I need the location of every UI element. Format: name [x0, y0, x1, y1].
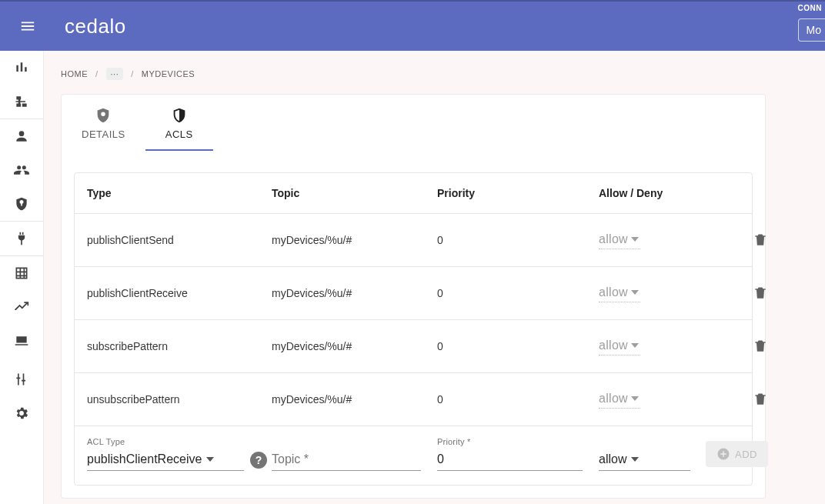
- menu-button[interactable]: [9, 8, 46, 45]
- role-card: DETAILS ACLS Type Topic Priority Allow /…: [61, 94, 766, 499]
- priority-input[interactable]: [437, 449, 583, 471]
- bar-chart-icon: [14, 60, 29, 75]
- add-button[interactable]: ADD: [706, 441, 768, 467]
- cell-topic: myDevices/%u/#: [272, 234, 437, 246]
- connection-label: CONN: [798, 4, 822, 12]
- cell-topic: myDevices/%u/#: [272, 287, 437, 299]
- trash-icon: [753, 232, 768, 248]
- caret-down-icon: [631, 456, 639, 463]
- breadcrumb: HOME / ··· / MYDEVICES: [61, 68, 825, 80]
- sidebar-item-settings[interactable]: [0, 396, 43, 430]
- app-bar: cedalo CONN Mo: [0, 0, 825, 51]
- sidebar-item-topology[interactable]: [0, 85, 43, 118]
- sidebar: [0, 51, 44, 504]
- table-row: publishClientReceive myDevices/%u/# 0 al…: [75, 266, 752, 319]
- col-topic: Topic: [272, 187, 437, 199]
- acl-table: Type Topic Priority Allow / Deny publish…: [74, 172, 753, 486]
- allow-deny-select[interactable]: allow: [599, 449, 690, 471]
- shield-badge-icon: [95, 107, 112, 124]
- tab-details-label: DETAILS: [82, 129, 125, 140]
- tabs: DETAILS ACLS: [62, 95, 765, 151]
- delete-button[interactable]: [737, 232, 768, 248]
- sidebar-item-plugins[interactable]: [0, 222, 43, 255]
- tab-acls[interactable]: ACLS: [145, 95, 213, 151]
- caret-down-icon: [206, 456, 214, 463]
- cell-topic: myDevices/%u/#: [272, 340, 437, 352]
- delete-button[interactable]: [737, 339, 768, 354]
- col-allow-deny: Allow / Deny: [599, 187, 737, 199]
- table-row: publishClientSend myDevices/%u/# 0 allow: [75, 213, 752, 266]
- cell-type: publishClientSend: [87, 234, 272, 246]
- tab-acls-label: ACLS: [165, 129, 193, 140]
- acl-type-select[interactable]: publishClientReceive: [87, 449, 244, 471]
- brand-logo: cedalo: [65, 15, 126, 38]
- col-priority: Priority: [437, 187, 599, 199]
- caret-down-icon: [631, 235, 639, 243]
- laptop-icon: [14, 333, 29, 349]
- connection-button[interactable]: Mo: [798, 18, 825, 42]
- allow-select[interactable]: allow: [599, 337, 640, 355]
- trash-icon: [753, 392, 768, 407]
- trash-icon: [753, 339, 768, 354]
- tab-details[interactable]: DETAILS: [62, 95, 145, 151]
- table-footer: ACL Type publishClientReceive ?: [75, 426, 752, 485]
- breadcrumb-home[interactable]: HOME: [61, 69, 88, 78]
- sidebar-item-user[interactable]: [0, 119, 43, 153]
- sidebar-item-tuning[interactable]: [0, 362, 43, 396]
- cell-priority: 0: [437, 287, 599, 299]
- shield-check-icon: [171, 107, 188, 124]
- sidebar-item-analytics[interactable]: [0, 290, 43, 324]
- table-row: subscribePattern myDevices/%u/# 0 allow: [75, 319, 752, 372]
- col-type: Type: [87, 187, 272, 199]
- acl-type-label: ACL Type: [87, 437, 272, 446]
- plug-icon: [14, 231, 29, 246]
- cell-type: publishClientReceive: [87, 287, 272, 299]
- hamburger-icon: [19, 18, 36, 35]
- trend-icon: [14, 299, 29, 315]
- cell-topic: myDevices/%u/#: [272, 393, 437, 406]
- allow-select[interactable]: allow: [599, 390, 640, 409]
- cell-priority: 0: [437, 393, 599, 406]
- sidebar-item-terminal[interactable]: [0, 324, 43, 358]
- gear-icon: [14, 406, 29, 421]
- sidebar-item-security[interactable]: [0, 187, 43, 221]
- cell-priority: 0: [437, 340, 599, 352]
- caret-down-icon: [631, 289, 639, 296]
- priority-label: Priority *: [437, 437, 599, 446]
- cell-type: subscribePattern: [87, 340, 272, 352]
- sidebar-item-grid[interactable]: [0, 256, 43, 290]
- sliders-icon: [14, 372, 29, 387]
- shield-icon: [14, 196, 29, 212]
- delete-button[interactable]: [737, 285, 768, 301]
- cell-priority: 0: [437, 234, 599, 246]
- main-content: HOME / ··· / MYDEVICES DETAILS ACLS Type: [44, 51, 825, 504]
- people-icon: [14, 162, 29, 178]
- add-circle-icon: [716, 447, 730, 461]
- cell-type: unsubscribePattern: [87, 393, 272, 406]
- caret-down-icon: [631, 395, 639, 402]
- breadcrumb-ellipsis[interactable]: ···: [106, 68, 124, 80]
- allow-select[interactable]: allow: [599, 231, 640, 249]
- breadcrumb-sep: /: [131, 69, 134, 78]
- table-header: Type Topic Priority Allow / Deny: [75, 173, 752, 213]
- topic-input[interactable]: [272, 449, 421, 471]
- help-icon[interactable]: ?: [250, 452, 267, 469]
- grid-icon: [14, 265, 29, 281]
- sidebar-item-groups[interactable]: [0, 153, 43, 187]
- breadcrumb-sep: /: [95, 69, 99, 78]
- trash-icon: [753, 285, 768, 301]
- hierarchy-icon: [14, 94, 29, 109]
- allow-select[interactable]: allow: [599, 284, 640, 302]
- sidebar-item-stats[interactable]: [0, 51, 43, 85]
- person-icon: [14, 129, 29, 144]
- caret-down-icon: [631, 342, 639, 349]
- table-row: unsubscribePattern myDevices/%u/# 0 allo…: [75, 372, 752, 426]
- breadcrumb-current: MYDEVICES: [142, 69, 195, 78]
- delete-button[interactable]: [737, 392, 768, 407]
